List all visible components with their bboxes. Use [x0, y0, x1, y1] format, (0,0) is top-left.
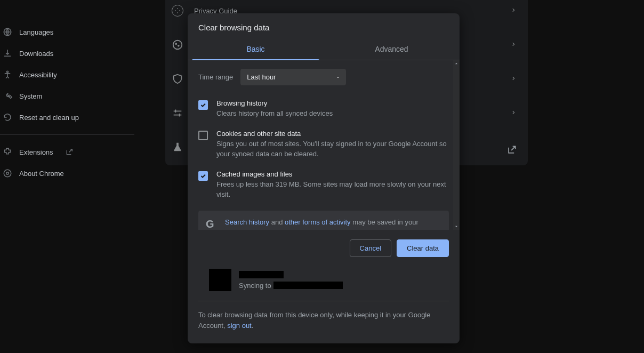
- dialog-button-row: Cancel Clear data: [188, 230, 460, 267]
- chevron-right-icon: [511, 6, 516, 14]
- svg-point-6: [178, 45, 179, 46]
- reset-icon: [2, 112, 13, 123]
- scrollbar[interactable]: [453, 60, 460, 230]
- dialog-footnote: To clear browsing data from this device …: [188, 301, 460, 340]
- sidebar-item-label: About Chrome: [19, 170, 64, 178]
- open-external-icon: [65, 148, 74, 156]
- scroll-up-icon[interactable]: [453, 60, 460, 67]
- scroll-down-icon[interactable]: [453, 223, 460, 230]
- other-activity-link[interactable]: other forms of activity: [285, 218, 351, 226]
- time-range-label: Time range: [198, 73, 233, 81]
- clear-browsing-data-dialog: Clear browsing data Basic Advanced Time …: [188, 13, 460, 343]
- wrench-icon: [2, 91, 13, 101]
- dialog-scroll-area: Time range Last hour Browsing history Cl…: [188, 60, 460, 230]
- info-message: Search history and other forms of activi…: [225, 217, 441, 230]
- time-range-value: Last hour: [247, 73, 276, 81]
- svg-point-1: [7, 71, 9, 73]
- check-desc: Clears history from all synced devices: [216, 108, 333, 119]
- time-range-select[interactable]: Last hour: [240, 69, 346, 85]
- checkbox-browsing-history[interactable]: [198, 100, 208, 110]
- search-history-link[interactable]: Search history: [225, 218, 269, 226]
- sliders-icon: [172, 107, 183, 119]
- check-title: Cookies and other site data: [216, 130, 449, 138]
- chevron-right-icon: [511, 75, 516, 82]
- check-title: Cached images and files: [216, 170, 449, 178]
- tab-advanced[interactable]: Advanced: [324, 39, 460, 60]
- time-range-row: Time range Last hour: [188, 60, 460, 94]
- sync-email-redacted: [273, 282, 343, 289]
- check-row-cookies[interactable]: Cookies and other site data Signs you ou…: [188, 124, 460, 165]
- svg-point-3: [6, 172, 9, 175]
- sidebar-divider: [0, 134, 134, 135]
- sign-out-link[interactable]: sign out: [227, 322, 252, 330]
- cookie-icon: [172, 39, 183, 51]
- check-title: Browsing history: [216, 99, 333, 107]
- svg-point-4: [173, 41, 182, 50]
- checkbox-cache[interactable]: [198, 171, 208, 181]
- account-activity-info: G Search history and other forms of acti…: [198, 211, 449, 230]
- extension-icon: [2, 147, 13, 157]
- chevron-right-icon: [511, 109, 516, 116]
- settings-sidebar: Languages Downloads Accessibility System…: [0, 0, 134, 353]
- check-desc: Frees up less than 319 MB. Some sites ma…: [216, 179, 449, 200]
- google-logo-icon: G: [206, 218, 218, 230]
- svg-point-2: [4, 170, 11, 177]
- accessibility-icon: [2, 69, 13, 80]
- avatar: [209, 269, 231, 291]
- caret-down-icon: [335, 75, 341, 80]
- sync-status: Syncing to: [239, 282, 343, 290]
- sidebar-item-downloads[interactable]: Downloads: [0, 43, 134, 64]
- compass-icon: [172, 5, 183, 17]
- sidebar-item-about[interactable]: About Chrome: [0, 163, 134, 184]
- cancel-button[interactable]: Cancel: [350, 239, 391, 257]
- check-row-browsing-history[interactable]: Browsing history Clears history from all…: [188, 94, 460, 124]
- dialog-title: Clear browsing data: [188, 13, 460, 39]
- sidebar-item-label: Downloads: [19, 50, 53, 58]
- account-name-redacted: [239, 271, 284, 278]
- sidebar-item-label: Extensions: [19, 148, 53, 156]
- check-row-cache[interactable]: Cached images and files Frees up less th…: [188, 165, 460, 205]
- sync-account-row: Syncing to: [198, 267, 449, 301]
- check-desc: Signs you out of most sites. You'll stay…: [216, 139, 449, 159]
- svg-point-5: [175, 43, 176, 44]
- sidebar-item-accessibility[interactable]: Accessibility: [0, 64, 134, 85]
- globe-icon: [2, 27, 13, 37]
- dialog-tabs: Basic Advanced: [188, 39, 460, 60]
- checkbox-cookies[interactable]: [198, 131, 208, 140]
- clear-data-button[interactable]: Clear data: [397, 239, 449, 257]
- sidebar-item-extensions[interactable]: Extensions: [0, 141, 134, 163]
- open-external-icon: [506, 145, 518, 156]
- tab-basic[interactable]: Basic: [188, 39, 324, 60]
- download-icon: [2, 48, 13, 59]
- flask-icon: [172, 141, 183, 153]
- chrome-icon: [2, 168, 13, 179]
- shield-icon: [172, 73, 183, 85]
- sidebar-item-label: System: [19, 92, 42, 100]
- sidebar-item-label: Accessibility: [19, 71, 57, 79]
- sidebar-item-system[interactable]: System: [0, 85, 134, 107]
- sidebar-item-label: Reset and clean up: [19, 114, 79, 122]
- sidebar-item-languages[interactable]: Languages: [0, 21, 134, 43]
- sidebar-item-label: Languages: [19, 28, 53, 36]
- sidebar-item-reset[interactable]: Reset and clean up: [0, 107, 134, 128]
- chevron-right-icon: [511, 41, 516, 48]
